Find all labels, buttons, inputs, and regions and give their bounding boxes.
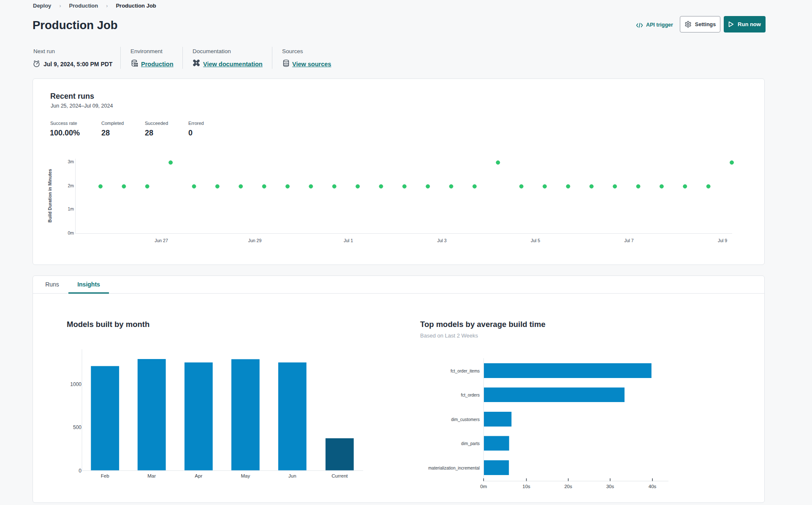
svg-text:Jul 5: Jul 5 [531, 238, 540, 243]
svg-text:Jul 1: Jul 1 [344, 238, 353, 243]
svg-text:Jul 9: Jul 9 [718, 238, 727, 243]
svg-text:Jul 3: Jul 3 [437, 238, 446, 243]
svg-text:fct_orders: fct_orders [461, 393, 480, 397]
svg-text:3m: 3m [68, 159, 74, 164]
svg-text:1000: 1000 [70, 381, 81, 387]
svg-text:0m: 0m [480, 484, 487, 489]
svg-text:Jun: Jun [288, 473, 296, 478]
svg-text:Mar: Mar [147, 473, 156, 478]
svg-text:0: 0 [79, 468, 81, 474]
svg-text:Jun 29: Jun 29 [248, 238, 262, 243]
svg-text:materialization_incremental: materialization_incremental [428, 466, 480, 470]
svg-text:20s: 20s [564, 484, 572, 489]
svg-text:0m: 0m [68, 230, 74, 235]
svg-text:Jun 27: Jun 27 [155, 238, 168, 243]
svg-text:500: 500 [73, 424, 81, 430]
svg-text:30s: 30s [606, 484, 614, 489]
svg-text:40s: 40s [649, 484, 657, 489]
svg-text:10s: 10s [522, 484, 530, 489]
svg-text:Current: Current [331, 473, 348, 478]
svg-text:Apr: Apr [195, 473, 202, 478]
svg-text:dim_parts: dim_parts [461, 441, 480, 446]
svg-text:dim_customers: dim_customers [451, 417, 480, 422]
svg-text:Build Duration in Minutes: Build Duration in Minutes [47, 169, 52, 222]
svg-text:2m: 2m [68, 183, 74, 188]
svg-text:1m: 1m [68, 206, 74, 211]
svg-text:May: May [241, 473, 250, 478]
svg-text:fct_order_items: fct_order_items [451, 369, 480, 373]
svg-text:Jul 7: Jul 7 [624, 238, 633, 243]
svg-text:Feb: Feb [101, 473, 109, 478]
